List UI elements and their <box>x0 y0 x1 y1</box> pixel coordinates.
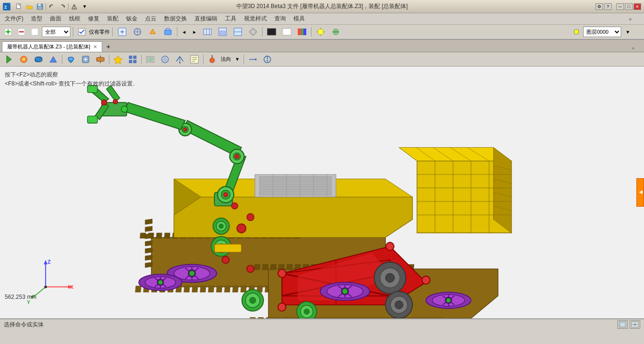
menu-modeling[interactable]: 造型 <box>27 14 46 24</box>
sep1 <box>46 3 46 10</box>
menu-visualstyle[interactable]: 视觉样式 <box>240 14 271 24</box>
main-tab[interactable]: 履带机器人总装配体.Z3 - [总装配体] ✕ <box>2 41 102 52</box>
r2-icon8[interactable] <box>111 53 125 66</box>
svg-rect-40 <box>303 29 306 35</box>
r2-icon7[interactable] <box>93 53 107 66</box>
layer-color-btn[interactable] <box>572 26 581 38</box>
rib-icon10[interactable] <box>329 26 343 38</box>
menu-directedit[interactable]: 直接编辑 <box>191 14 221 24</box>
svg-point-72 <box>210 58 215 63</box>
svg-rect-87 <box>184 286 190 292</box>
maximize-btn[interactable]: □ <box>625 3 633 10</box>
normal-label: 法向 <box>221 56 231 63</box>
r2-icon14[interactable] <box>245 53 260 66</box>
parts-only-checkbox-btn[interactable] <box>76 26 88 38</box>
r2-icon1[interactable] <box>2 53 16 66</box>
gray-panel <box>255 174 336 197</box>
titlebar-undo-btn[interactable] <box>47 2 57 11</box>
rib-icon2[interactable] <box>130 26 145 38</box>
menu-file[interactable]: 文件(F) <box>1 14 27 24</box>
svg-rect-165 <box>263 264 268 269</box>
title-bar-title: 中望3D 2014 Beta3 文件 [履带机器人总装配体.Z3]，装配 [总装… <box>236 2 408 10</box>
svg-text:X: X <box>70 284 74 290</box>
rib-icon1[interactable] <box>115 26 129 38</box>
svg-point-232 <box>342 289 348 294</box>
svg-rect-136 <box>145 240 152 246</box>
menu-tools[interactable]: 工具 <box>221 14 240 24</box>
rib-remove-btn[interactable] <box>15 26 28 38</box>
r2-icon3[interactable] <box>31 53 46 66</box>
menu-wireframe[interactable]: 线框 <box>65 14 84 24</box>
rib-arrow-left[interactable]: ◄ <box>179 26 189 38</box>
rib-arrow-right[interactable]: ► <box>190 26 199 38</box>
tab-close-btn[interactable]: ✕ <box>93 44 97 49</box>
settings-btn[interactable]: ⚙ <box>595 3 603 10</box>
r2-sep5 <box>244 55 244 64</box>
svg-point-239 <box>446 298 450 302</box>
r2-icon10[interactable] <box>143 53 157 66</box>
r2-icon9[interactable] <box>126 53 140 66</box>
titlebar-open-btn[interactable] <box>25 2 34 11</box>
menu-dataexchange[interactable]: 数据交换 <box>160 14 191 24</box>
help-btn[interactable]: ? <box>604 3 612 10</box>
rib-select-btn[interactable] <box>29 26 41 38</box>
svg-rect-59 <box>133 56 137 59</box>
menu-assembly[interactable]: 装配 <box>103 14 122 24</box>
svg-rect-63 <box>147 57 150 61</box>
titlebar-save-btn[interactable] <box>35 2 45 11</box>
r2-icon15[interactable] <box>260 53 274 66</box>
svg-rect-94 <box>241 286 247 292</box>
rib-icon5[interactable] <box>200 26 215 38</box>
layer-dropdown-btn[interactable]: ▼ <box>623 26 633 38</box>
rib-icon4[interactable] <box>161 26 175 38</box>
svg-rect-54 <box>97 57 104 61</box>
rib-icon9[interactable] <box>313 26 328 38</box>
r2-icon4[interactable] <box>46 53 60 66</box>
title-bar-controls: ⚙ ? ─ □ ✕ <box>595 3 641 10</box>
rib-sep5 <box>311 27 312 37</box>
main-area: 法向 ▼ 按下<F2>动态的观察 <F8>或者<Shift-roll> 查找下一… <box>0 52 644 318</box>
titlebar-extra-btn[interactable] <box>69 2 79 11</box>
right-edge-panel-btn[interactable]: ▶ <box>636 178 644 207</box>
extra-menu-arrow[interactable]: » <box>629 16 632 22</box>
rib-icon7[interactable] <box>231 26 245 38</box>
rib-icon3[interactable] <box>146 26 160 38</box>
r2-icon13[interactable] <box>187 53 202 66</box>
titlebar-redo-btn[interactable] <box>58 2 67 11</box>
scene-container[interactable]: 按下<F2>动态的观察 <F8>或者<Shift-roll> 查找下一个有效的过… <box>0 67 644 318</box>
svg-marker-57 <box>114 56 122 64</box>
rib-icon8[interactable] <box>246 26 260 38</box>
r2-icon2[interactable] <box>17 53 31 66</box>
r2-icon5[interactable] <box>64 53 78 66</box>
new-tab-btn[interactable]: + <box>103 41 114 52</box>
titlebar-new-btn[interactable] <box>14 2 24 11</box>
status-bar-right <box>617 320 640 329</box>
svg-point-270 <box>247 213 254 220</box>
r2-normal-icon[interactable] <box>205 53 219 66</box>
menu-pointcloud[interactable]: 点云 <box>141 14 160 24</box>
rib-color-multi[interactable] <box>295 26 309 38</box>
menu-sheetmetal[interactable]: 钣金 <box>122 14 141 24</box>
r2-icon6[interactable] <box>78 53 93 66</box>
menu-surface[interactable]: 曲面 <box>46 14 65 24</box>
r2-icon12[interactable] <box>173 53 187 66</box>
menu-mold[interactable]: 模具 <box>290 14 309 24</box>
rib-color-white[interactable] <box>280 26 294 38</box>
menu-repair[interactable]: 修复 <box>84 14 103 24</box>
menu-query[interactable]: 查询 <box>271 14 290 24</box>
tab-scroll-right[interactable]: » <box>632 45 634 52</box>
minimize-btn[interactable]: ─ <box>616 3 624 10</box>
filter-select[interactable]: 全部 <box>42 27 70 37</box>
r2-normal-dropdown[interactable]: ▼ <box>233 53 242 66</box>
titlebar-dropdown-btn[interactable]: ▼ <box>80 2 89 11</box>
svg-point-252 <box>395 301 403 309</box>
rib-add-btn[interactable] <box>2 26 14 38</box>
rib-icon6[interactable] <box>215 26 230 38</box>
close-btn[interactable]: ✕ <box>634 3 641 10</box>
rib-color-black[interactable] <box>264 26 279 38</box>
layer-select[interactable]: 图层0000 <box>583 27 621 37</box>
r2-icon11[interactable] <box>158 53 172 66</box>
3d-model-viewport[interactable]: Z X Y <box>0 67 644 318</box>
status-icon-btn1[interactable] <box>617 320 628 329</box>
status-icon-btn2[interactable] <box>630 320 640 329</box>
